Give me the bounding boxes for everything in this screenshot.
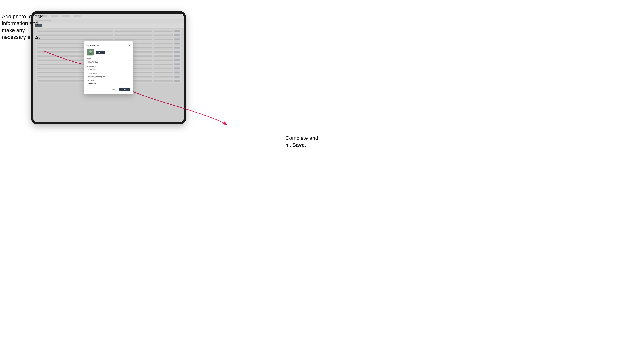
svg-point-1 [90, 50, 92, 53]
avatar-thumbnail [87, 49, 94, 56]
modal-close-button[interactable]: × [129, 44, 130, 46]
display-name-label: Display name [87, 65, 130, 67]
school-year-field-group: School Year × ⌃ [87, 80, 130, 85]
email-input[interactable] [87, 75, 130, 78]
avatar-image [87, 49, 94, 55]
modal-overlay: User details × [34, 13, 184, 122]
tablet-device: User details × [31, 11, 186, 124]
save-icon [122, 89, 123, 90]
school-year-label: School Year [87, 80, 130, 82]
modal-header: User details × [87, 44, 130, 46]
school-year-input[interactable] [87, 82, 130, 85]
save-button[interactable]: Save [120, 88, 130, 91]
user-details-modal: User details × [84, 41, 133, 94]
school-year-select-wrapper: × ⌃ [87, 82, 130, 85]
name-input[interactable] [87, 60, 130, 64]
svg-rect-3 [122, 90, 123, 90]
cancel-button[interactable]: Cancel [109, 88, 118, 91]
annotation-right: Complete and hit Save. [286, 135, 318, 149]
modal-footer: Cancel Save [87, 88, 130, 91]
display-name-input[interactable] [87, 68, 130, 71]
name-label: Name [87, 58, 130, 60]
select-icons: × ⌃ [127, 83, 129, 85]
chevron-down-icon[interactable]: ⌃ [128, 83, 129, 84]
app-background: User details × [34, 13, 184, 122]
upload-photo-button[interactable]: Upload [96, 50, 105, 54]
photo-section: Upload [87, 49, 130, 56]
tablet-screen: User details × [34, 13, 184, 122]
email-label: Email address [87, 73, 130, 74]
display-name-field-group: Display name [87, 65, 130, 71]
clear-icon[interactable]: × [127, 83, 128, 85]
modal-title: User details [87, 44, 99, 46]
email-field-group: Email address [87, 73, 130, 78]
name-field-group: Name [87, 58, 130, 64]
